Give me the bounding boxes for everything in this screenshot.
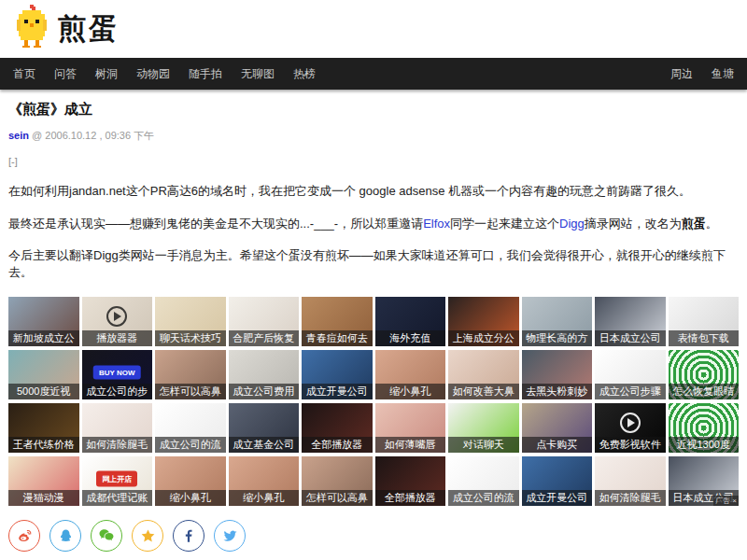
ad-thumbnail[interactable]: BUY NOW成立公司的步: [82, 350, 153, 399]
weibo-icon: [16, 527, 34, 545]
ad-caption: 缩小鼻孔: [375, 384, 446, 399]
nav-right-group: 周边鱼塘: [670, 66, 734, 82]
ad-thumbnail[interactable]: 怎么恢复眼睛: [669, 350, 740, 399]
article-area: 《煎蛋》成立 sein @ 2006.10.12 , 09:36 下午 [-] …: [0, 101, 747, 552]
ad-thumbnail[interactable]: 成立公司步骤: [595, 350, 666, 399]
ad-thumbnail[interactable]: 如何改善大鼻: [448, 350, 519, 399]
ad-caption: 5000度近视: [8, 384, 79, 399]
ad-thumbnail[interactable]: 聊天话术技巧: [155, 297, 226, 346]
qzone-icon: [139, 527, 157, 545]
ad-caption: 上海成立分公: [448, 330, 519, 346]
ad-caption: 缩小鼻孔: [155, 490, 226, 506]
ad-thumbnail[interactable]: 5000度近视: [8, 350, 79, 399]
ad-thumbnail[interactable]: 播放器器: [82, 297, 153, 346]
ad-thumbnail[interactable]: 怎样可以高鼻: [302, 456, 373, 506]
ad-thumbnail[interactable]: 成立基金公司: [229, 403, 300, 453]
post-meta: @ 2006.10.12 , 09:36 下午: [32, 130, 154, 141]
ad-thumbnail[interactable]: 缩小鼻孔: [229, 456, 300, 506]
wechat-icon: [97, 526, 116, 545]
ad-caption: 免费影视软件: [595, 437, 666, 453]
ad-caption: 成立公司的流: [448, 490, 519, 506]
ad-badge-label: 广告: [715, 496, 730, 506]
chick-logo-icon[interactable]: [13, 5, 52, 53]
ad-thumbnail[interactable]: 成立公司的流: [155, 403, 226, 453]
nav-item-right-1[interactable]: 鱼塘: [712, 66, 734, 82]
ad-thumbnail[interactable]: 青春痘如何去: [302, 297, 373, 346]
share-twitter-button[interactable]: [214, 520, 246, 552]
ad-thumbnail[interactable]: 缩小鼻孔: [155, 456, 226, 506]
ad-thumbnail[interactable]: 全部播放器: [375, 456, 446, 506]
ad-caption: 如何清除腿毛: [595, 490, 666, 506]
post-title: 《煎蛋》成立: [8, 101, 739, 119]
play-icon: [620, 413, 641, 433]
ad-thumbnail[interactable]: 点卡购买: [522, 403, 593, 453]
ad-thumbnail[interactable]: 成立开曼公司: [302, 350, 373, 399]
ad-caption: 王者代练价格: [8, 437, 79, 453]
ad-caption: 缩小鼻孔: [229, 490, 300, 506]
ad-thumbnail[interactable]: 去黑头粉刺妙: [522, 350, 593, 399]
ad-thumbnail[interactable]: 成立公司的流: [448, 456, 519, 506]
ad-caption: 青春痘如何去: [302, 330, 373, 346]
site-header: 煎蛋: [0, 0, 747, 58]
nav-item-left-0[interactable]: 首页: [13, 66, 35, 82]
ad-thumbnail[interactable]: 成立公司费用: [229, 350, 300, 399]
text-run: 最终还是承认现实——想赚到鬼佬的美金是不大现实的...-___-，所以郑重邀请: [8, 217, 423, 231]
ad-thumbnail[interactable]: 上海成立分公: [448, 297, 519, 346]
ad-thumbnail[interactable]: 如何清除腿毛: [82, 403, 153, 453]
ad-thumbnail[interactable]: 物理长高的方: [522, 297, 593, 346]
ad-thumbnail[interactable]: 海外充值: [375, 297, 446, 346]
thumbnail-overlay-text: 网上开店: [96, 471, 137, 487]
share-qzone-button[interactable]: [132, 520, 163, 552]
ad-caption: 物理长高的方: [522, 330, 593, 346]
ad-thumbnail[interactable]: 日本成立公司: [595, 297, 666, 346]
author-link[interactable]: sein: [8, 130, 29, 141]
share-qq-button[interactable]: [49, 520, 81, 552]
inline-link[interactable]: Elfox: [423, 217, 450, 231]
nav-item-left-6[interactable]: 热榜: [293, 66, 316, 82]
ad-thumbnail[interactable]: 对话聊天: [448, 403, 519, 453]
share-weibo-button[interactable]: [8, 520, 40, 552]
ad-caption: 怎么恢复眼睛: [669, 384, 740, 399]
ad-thumbnail[interactable]: 免费影视软件: [595, 403, 666, 453]
nav-item-left-3[interactable]: 动物园: [136, 66, 170, 82]
ad-thumbnail[interactable]: 缩小鼻孔: [375, 350, 446, 399]
ad-thumbnail[interactable]: 如何清除腿毛: [595, 456, 666, 506]
post-paragraph-2: 最终还是承认现实——想赚到鬼佬的美金是不大现实的...-___-，所以郑重邀请E…: [8, 216, 739, 232]
nav-item-left-4[interactable]: 随手拍: [189, 66, 222, 82]
nav-item-left-1[interactable]: 问答: [54, 66, 77, 82]
ad-caption: 成立开曼公司: [302, 384, 373, 399]
ad-thumbnail[interactable]: 成立开曼公司: [522, 456, 593, 506]
share-wechat-button[interactable]: [91, 520, 122, 552]
ad-caption: 漫猫动漫: [8, 490, 79, 506]
brand-name[interactable]: 煎蛋: [58, 10, 120, 49]
nav-item-right-0[interactable]: 周边: [670, 66, 693, 82]
ad-caption: 近视1300度: [669, 437, 740, 453]
inline-link[interactable]: Digg: [559, 217, 585, 231]
ad-thumbnail[interactable]: 全部播放器: [302, 403, 373, 453]
ad-caption: 成立基金公司: [229, 437, 300, 453]
ad-thumbnail[interactable]: 广告×日本成立公司: [669, 456, 740, 506]
ad-caption: 合肥产后恢复: [229, 330, 300, 346]
ad-thumbnail[interactable]: 新加坡成立公: [8, 297, 79, 346]
ad-caption: 对话聊天: [448, 437, 519, 453]
nav-item-left-5[interactable]: 无聊图: [241, 66, 275, 82]
text-run: 同学一起来建立这个: [450, 217, 559, 231]
collapse-toggle[interactable]: [-]: [8, 156, 739, 167]
thumbnail-overlay-text: BUY NOW: [93, 366, 141, 380]
ad-thumbnail[interactable]: 网上开店成都代理记账: [82, 456, 153, 506]
share-facebook-button[interactable]: [173, 520, 204, 552]
ad-thumbnail[interactable]: 怎样可以高鼻: [155, 350, 226, 399]
ad-thumbnail[interactable]: 近视1300度: [669, 403, 740, 453]
ad-thumbnail[interactable]: 合肥产后恢复: [229, 297, 300, 346]
ad-thumbnail[interactable]: 表情包下载: [669, 297, 740, 346]
nav-item-left-2[interactable]: 树洞: [95, 66, 118, 82]
ad-close-icon[interactable]: ×: [732, 496, 737, 506]
ad-thumbnail[interactable]: 如何薄嘴唇: [375, 403, 446, 453]
play-icon: [106, 306, 127, 327]
twitter-icon: [221, 527, 239, 545]
ad-thumbnail[interactable]: 漫猫动漫: [8, 456, 79, 506]
share-buttons-row: [8, 520, 739, 552]
ad-thumbnail[interactable]: 王者代练价格: [8, 403, 79, 453]
ad-caption: 如何清除腿毛: [82, 437, 153, 453]
ad-caption: 成立公司费用: [229, 384, 300, 399]
